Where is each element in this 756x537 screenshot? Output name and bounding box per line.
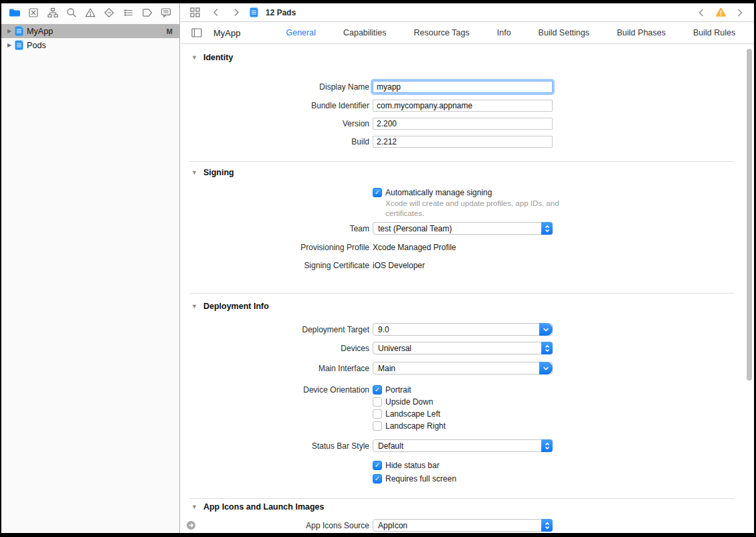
popup-chevrons-icon [541, 342, 553, 354]
debug-navigator-icon[interactable] [121, 6, 136, 19]
section-divider [189, 293, 734, 294]
app-icons-source-row: App Icons Source AppIcon [181, 519, 553, 532]
main-interface-row: Main Interface Main [181, 362, 553, 374]
app-icons-source-popup[interactable]: AppIcon [373, 519, 553, 532]
open-asset-catalog-arrow-button[interactable] [186, 520, 196, 530]
status-bar-style-label: Status Bar Style [181, 441, 369, 451]
jump-bar: 12 Pads [181, 3, 754, 22]
hide-status-bar-checkbox[interactable]: ✓ [373, 461, 382, 470]
section-disclosure-icon[interactable]: ▼ [191, 303, 197, 310]
target-tab-bar: MyApp General Capabilities Resource Tags… [181, 22, 754, 44]
landscape-left-checkbox[interactable]: ✓ [373, 409, 382, 419]
signing-certificate-value: iOS Developer [373, 261, 425, 270]
tab-build-phases[interactable]: Build Phases [617, 28, 666, 37]
targets-sidebar-toggle-icon[interactable] [189, 26, 204, 39]
tab-build-rules[interactable]: Build Rules [693, 28, 735, 37]
app-icons-section-header[interactable]: ▼ App Icons and Launch Images [191, 502, 324, 512]
back-chevron-icon[interactable] [208, 6, 223, 19]
main-interface-label: Main Interface [181, 364, 369, 373]
section-disclosure-icon[interactable]: ▼ [191, 504, 197, 510]
bundle-identifier-input[interactable] [373, 100, 553, 112]
section-divider [189, 161, 734, 162]
editor-area: 12 Pads MyApp General Ca [181, 3, 754, 533]
requires-full-screen-row: ✓ Requires full screen [373, 473, 456, 484]
device-orientation-row: Device Orientation [181, 385, 369, 395]
tab-resource-tags[interactable]: Resource Tags [414, 28, 470, 37]
previous-issue-chevron-icon[interactable] [694, 6, 708, 19]
tab-build-settings[interactable]: Build Settings [539, 28, 589, 37]
related-items-icon[interactable] [187, 6, 202, 19]
xcode-window: ▶ MyApp M ▶ Pods [1, 3, 754, 533]
build-label: Build [181, 137, 369, 146]
tab-info[interactable]: Info [497, 28, 511, 37]
status-bar-style-popup[interactable]: Default [373, 439, 553, 452]
warning-triangle-icon[interactable] [713, 6, 728, 19]
auto-manage-signing-row: ✓ Automatically manage signing [373, 187, 492, 198]
disclosure-triangle-icon[interactable]: ▶ [5, 28, 13, 34]
hide-status-bar-row: ✓ Hide status bar [373, 460, 440, 471]
orientation-landscape-left-row: ✓ Landscape Left [373, 409, 440, 419]
version-label: Version [181, 119, 369, 128]
version-input[interactable] [373, 118, 553, 130]
identity-section-header[interactable]: ▼ Identity [191, 53, 233, 62]
auto-manage-signing-checkbox[interactable]: ✓ [373, 188, 382, 197]
target-name[interactable]: MyApp [213, 28, 240, 38]
signing-certificate-row: Signing Certificate iOS Developer [181, 259, 425, 272]
build-input[interactable] [373, 136, 553, 148]
source-control-navigator-icon[interactable] [26, 6, 41, 19]
next-issue-chevron-icon[interactable] [733, 6, 747, 19]
portrait-checkbox[interactable]: ✓ [373, 385, 382, 395]
section-divider [189, 498, 734, 499]
find-navigator-icon[interactable] [64, 6, 79, 19]
project-navigator-list: ▶ MyApp M ▶ Pods [1, 24, 179, 52]
tab-capabilities[interactable]: Capabilities [343, 28, 387, 37]
landscape-right-checkbox[interactable]: ✓ [373, 421, 382, 431]
navigator-sidebar: ▶ MyApp M ▶ Pods [1, 3, 180, 533]
project-navigator-icon[interactable] [7, 6, 22, 19]
modified-badge: M [167, 27, 175, 35]
team-popup[interactable]: test (Personal Team) [373, 222, 553, 235]
sidebar-item-label: MyApp [27, 27, 167, 36]
sidebar-item-myapp[interactable]: ▶ MyApp M [1, 24, 179, 38]
orientation-portrait-row: ✓ Portrait [373, 385, 411, 395]
file-icon [250, 7, 258, 17]
vertical-scrollbar[interactable] [747, 49, 752, 381]
section-disclosure-icon[interactable]: ▼ [191, 169, 197, 176]
signing-section-header[interactable]: ▼ Signing [191, 168, 234, 177]
combo-chevron-icon [539, 323, 553, 336]
team-row: Team test (Personal Team) [181, 222, 553, 235]
jump-bar-file[interactable]: 12 Pads [250, 7, 296, 17]
disclosure-triangle-icon[interactable]: ▶ [5, 42, 13, 48]
display-name-label: Display Name [181, 82, 369, 92]
issue-navigator-icon[interactable] [83, 6, 98, 19]
orientation-upside-down-row: ✓ Upside Down [373, 397, 433, 407]
display-name-row: Display Name [181, 80, 553, 93]
upside-down-checkbox[interactable]: ✓ [373, 397, 382, 407]
devices-popup[interactable]: Universal [373, 342, 553, 354]
sidebar-item-pods[interactable]: ▶ Pods [1, 38, 179, 52]
combo-chevron-icon [539, 362, 553, 374]
devices-label: Devices [181, 344, 369, 353]
provisioning-profile-row: Provisioning Profile Xcode Managed Profi… [181, 241, 456, 253]
deployment-target-combo[interactable]: 9.0 [373, 323, 553, 336]
bundle-identifier-row: Bundle Identifier [181, 99, 553, 112]
navigator-toolbar [1, 3, 179, 22]
popup-chevrons-icon [541, 439, 553, 452]
forward-chevron-icon[interactable] [229, 6, 244, 19]
display-name-input[interactable] [373, 81, 553, 93]
report-navigator-icon[interactable] [159, 6, 173, 19]
deployment-target-label: Deployment Target [181, 325, 369, 334]
status-bar-style-row: Status Bar Style Default [181, 439, 553, 452]
section-disclosure-icon[interactable]: ▼ [191, 54, 197, 61]
deployment-info-section-header[interactable]: ▼ Deployment Info [191, 302, 269, 311]
requires-full-screen-checkbox[interactable]: ✓ [373, 474, 382, 484]
tab-general[interactable]: General [286, 28, 315, 37]
file-name-label: 12 Pads [266, 8, 296, 17]
test-navigator-icon[interactable] [102, 6, 116, 19]
breakpoint-navigator-icon[interactable] [140, 6, 155, 19]
auto-manage-signing-label: Automatically manage signing [385, 188, 492, 197]
symbol-navigator-icon[interactable] [45, 6, 60, 19]
main-interface-combo[interactable]: Main [373, 362, 553, 374]
provisioning-profile-value: Xcode Managed Profile [373, 243, 456, 252]
sidebar-item-label: Pods [27, 41, 173, 50]
